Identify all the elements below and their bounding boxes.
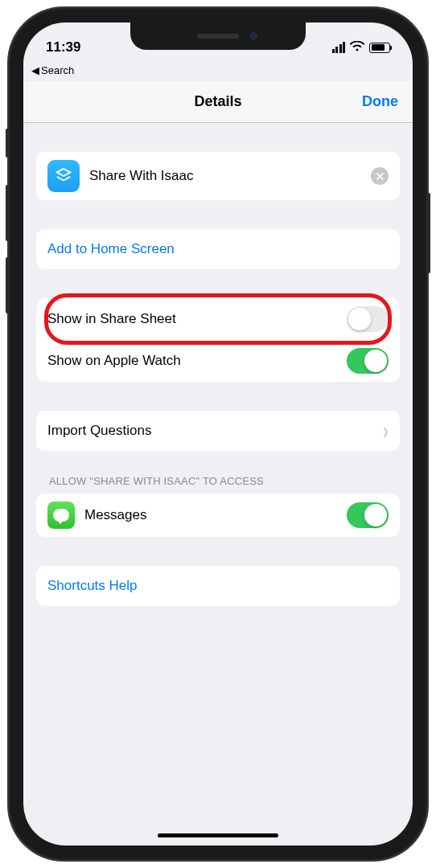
- wifi-icon: [350, 40, 364, 55]
- back-arrow-icon: ◀: [31, 64, 39, 76]
- add-to-home-label: Add to Home Screen: [47, 241, 175, 257]
- shortcut-name-cell[interactable]: Share With Isaac: [36, 152, 400, 200]
- show-in-share-sheet-row[interactable]: Show in Share Sheet: [36, 298, 400, 340]
- volume-up: [6, 185, 10, 241]
- messages-app-icon: [47, 502, 75, 529]
- messages-access-row[interactable]: Messages: [36, 493, 400, 537]
- shortcut-icon: [47, 160, 80, 192]
- breadcrumb-back[interactable]: ◀ Search: [23, 63, 413, 81]
- volume-down: [6, 257, 10, 313]
- status-time: 11:39: [46, 39, 80, 55]
- notch: [130, 23, 306, 50]
- breadcrumb-label: Search: [41, 64, 74, 76]
- share-sheet-toggle[interactable]: [347, 306, 389, 332]
- nav-bar: Details Done: [23, 81, 413, 123]
- home-indicator[interactable]: [158, 833, 278, 837]
- chevron-right-icon: ›: [383, 416, 389, 445]
- phone-frame: 11:39 ◀ Search Details Done: [9, 8, 427, 860]
- import-questions-label: Import Questions: [47, 423, 383, 439]
- page-title: Details: [194, 93, 241, 110]
- done-button[interactable]: Done: [362, 93, 398, 110]
- add-to-home-screen-button[interactable]: Add to Home Screen: [36, 229, 400, 269]
- access-section-header: ALLOW "SHARE WITH ISAAC" TO ACCESS: [36, 451, 400, 493]
- shortcut-name-label: Share With Isaac: [89, 168, 371, 184]
- messages-toggle[interactable]: [347, 502, 389, 528]
- shortcuts-help-label: Shortcuts Help: [47, 578, 138, 594]
- battery-icon: [369, 43, 390, 53]
- apple-watch-label: Show on Apple Watch: [47, 353, 347, 369]
- messages-label: Messages: [84, 507, 347, 523]
- show-on-apple-watch-row[interactable]: Show on Apple Watch: [36, 340, 400, 382]
- share-sheet-label: Show in Share Sheet: [47, 311, 347, 327]
- shortcuts-help-button[interactable]: Shortcuts Help: [36, 566, 400, 606]
- cellular-icon: [332, 42, 346, 53]
- apple-watch-toggle[interactable]: [347, 348, 389, 374]
- clear-name-button[interactable]: [371, 167, 389, 185]
- mute-switch: [6, 129, 10, 158]
- import-questions-row[interactable]: Import Questions ›: [36, 411, 400, 451]
- side-button: [426, 193, 430, 273]
